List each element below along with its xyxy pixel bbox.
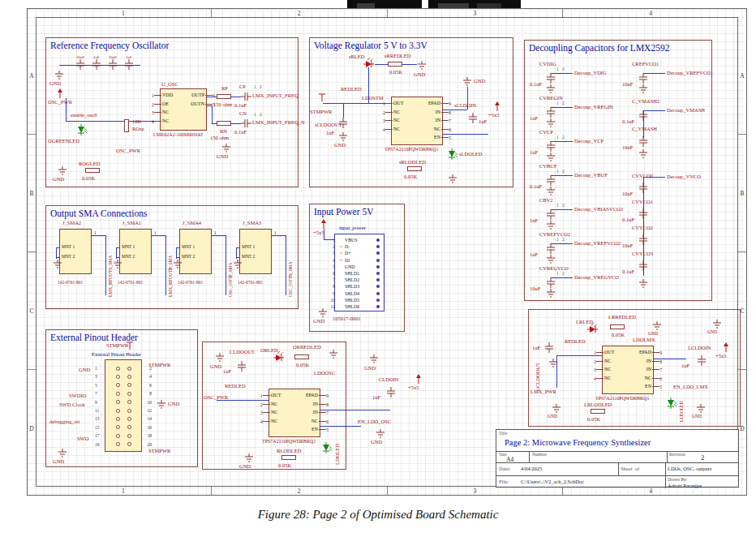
bypass-cap: 1uF — [92, 55, 101, 70]
gnd-label: GND — [371, 440, 382, 445]
power-label: STMPWR — [148, 363, 170, 368]
pin-name: IN — [436, 118, 440, 122]
power-label: STMPWR — [106, 343, 128, 349]
pin-name: NC — [311, 419, 318, 423]
ref-label: CP — [239, 84, 246, 90]
value-label: 10uF — [530, 286, 540, 292]
wire — [231, 123, 241, 124]
cap-pins: 1 2 — [556, 272, 565, 277]
decoup-cap-cell: CBV2 1 2 1uF Decoup_VBIASVCO2 — [530, 196, 617, 230]
pin-circle — [127, 375, 131, 379]
block-title: Voltage Regulator 5 V to 3.3V — [314, 41, 427, 50]
ldo-chip: 1OUT2NC3NC4NC 9EPAD8IN7IN6NC5EN TPS7A211… — [391, 97, 443, 145]
chip-pin: 6NC — [434, 126, 440, 133]
zone-labels-top: 1234 — [36, 9, 738, 17]
capacitor-icon — [547, 73, 555, 84]
value-label: 1uF — [372, 395, 380, 401]
designator: J_SMA2 — [62, 221, 81, 226]
ref-label: CBV2 — [539, 198, 553, 204]
gnd-icon — [546, 289, 556, 298]
chip-pin: 9EPAD — [639, 349, 651, 356]
chip-pin: 3NC — [393, 117, 400, 124]
part-number: LMK62A2-100M00SIAT — [153, 132, 204, 137]
value-label: 1uF — [530, 116, 538, 122]
capacitor-icon — [545, 342, 553, 353]
power-port-icon — [493, 101, 501, 111]
chip-pin: 5OUTN — [191, 101, 204, 108]
decoup-vmash-group: C_VMASH2 0.1uF Decoup_VMASH C_VMASH 10uF — [622, 99, 710, 162]
chip-pins-left: 1OUT2NC3NC4NC — [604, 349, 614, 381]
chip-pins-right: 9EPAD8IN7IN6NC5EN — [639, 349, 651, 390]
gnd-icon — [233, 260, 243, 268]
pin-name: MNT 2 — [62, 255, 75, 260]
chip-pin: 2NC — [271, 401, 277, 408]
field-label: File: — [499, 479, 509, 485]
field-label: Revision — [669, 453, 685, 458]
bypass-cap: 10uF — [75, 55, 85, 70]
capacitor-icon — [639, 73, 647, 84]
figure-caption: Figure 28: Page 2 of Optimised Board Sch… — [0, 508, 756, 522]
pin-name: SHLD4 — [345, 291, 359, 296]
chip-pin: 2NC — [393, 109, 400, 116]
red-led-icon — [273, 351, 285, 363]
pin-circle — [116, 409, 120, 413]
chip-pin: 6NC — [645, 375, 651, 382]
pin-name: OUT — [271, 393, 281, 397]
value-label: 0.1uF — [622, 119, 634, 125]
ref-label: LCLDOOUT — [535, 363, 541, 391]
net-label: GND — [79, 367, 90, 373]
wire — [272, 235, 286, 236]
gnd-label: GND — [692, 415, 702, 419]
pin-number: 4 — [383, 127, 385, 134]
value-label: 1uF — [681, 363, 689, 369]
ref-label: LRREDLED — [608, 315, 636, 320]
pin-name: GND — [345, 264, 355, 269]
pin-name: NC — [604, 359, 611, 363]
ref-label: CVCP — [539, 130, 553, 135]
net-label: Decoup_VREFVCO1 — [667, 71, 713, 76]
chip-pin: 7IN — [646, 366, 651, 373]
pin-circle — [116, 392, 120, 396]
pin-number: 9 — [449, 101, 451, 108]
resistor-symbol — [591, 409, 605, 414]
ref-label: CVVCO0 — [632, 174, 653, 179]
zone-label: 2 — [212, 9, 388, 17]
gnd-label: GND — [239, 464, 251, 470]
designator: J_SMA3 — [243, 221, 261, 226]
connector-pin: 10 SHLD5 — [337, 297, 382, 303]
pin-number: 6 — [325, 271, 335, 276]
zone-label: 1 — [36, 487, 212, 495]
osc-chip: U_OSC 1VDD2OE3NC4NC 6OUTP5OUTN LMK62A2-1… — [160, 88, 207, 131]
revision-value: 2 — [701, 454, 704, 462]
gnd-label: GND — [210, 364, 221, 370]
gnd-icon — [318, 308, 328, 317]
value-label: 0.05K — [404, 174, 417, 180]
pin-name: NC — [393, 127, 400, 131]
value-label: 10uF — [622, 243, 633, 249]
pin-number: 1 — [260, 393, 263, 400]
wire — [165, 235, 166, 295]
wire — [443, 110, 467, 110]
zone-label: D — [28, 370, 36, 487]
pin-number: 1 — [383, 101, 385, 108]
capacitor-icon — [547, 175, 555, 186]
pin-number: 7 — [95, 391, 97, 396]
pin-name: OUTN — [191, 101, 204, 106]
pin-circle — [116, 375, 120, 379]
capacitor-icon — [639, 183, 647, 193]
connector-body — [119, 229, 152, 274]
zone-label: C — [28, 252, 36, 370]
ref-label: sLDOLED — [459, 152, 483, 157]
component-comment: External Pinout Header — [92, 352, 141, 358]
net-label: SWO — [77, 436, 88, 442]
pad-dot — [376, 245, 380, 248]
power-label: OSC_PWR — [116, 148, 140, 154]
ref-label: LCLDOIN — [688, 346, 711, 351]
pin-number: 4 — [152, 118, 154, 126]
capacitor-icon — [387, 387, 395, 397]
field-label: Drawn By: — [668, 478, 687, 483]
connector-pin: 3 × D+ — [337, 250, 382, 256]
wire — [56, 247, 57, 259]
chip-pin: 4NC — [162, 118, 169, 125]
pin-number: 9 — [659, 350, 662, 357]
